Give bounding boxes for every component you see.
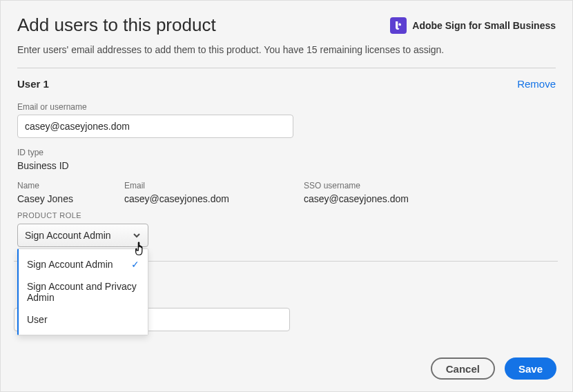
product-role-dropdown[interactable]: Sign Account Admin [17,224,148,247]
role-option-label: Sign Account and Privacy Admin [27,281,139,303]
idtype-value: Business ID [17,160,556,171]
sso-value: casey@caseyjones.dom [304,193,483,204]
add-users-dialog: Add users to this product Adobe Sign for… [0,0,573,392]
adobe-sign-icon [390,17,407,34]
role-option-sign-privacy-admin[interactable]: Sign Account and Privacy Admin [19,275,148,308]
product-name: Adobe Sign for Small Business [412,20,556,31]
idtype-section: ID type Business ID [17,148,556,171]
name-value: Casey Jones [17,193,124,204]
email-input[interactable] [17,115,293,138]
product-role-selected: Sign Account Admin [25,230,111,241]
dialog-subtitle: Enter users' email addresses to add them… [17,44,556,55]
product-role-label: PRODUCT ROLE [17,211,556,219]
role-option-sign-account-admin[interactable]: Sign Account Admin ✓ [19,253,148,275]
role-option-label: User [27,314,48,325]
role-option-user[interactable]: User [19,308,148,331]
email-label: Email or username [17,102,556,112]
email-col-value: casey@caseyjones.dom [124,193,304,204]
name-column: Name Casey Jones [17,181,124,204]
email-col-label: Email [124,181,304,190]
save-button[interactable]: Save [505,357,556,380]
name-label: Name [17,181,124,190]
product-role-dropdown-wrap: Sign Account Admin Sign Account Admin ✓ … [17,224,148,247]
dialog-title: Add users to this product [17,14,216,36]
sso-column: SSO username casey@caseyjones.dom [304,181,483,204]
role-option-label: Sign Account Admin [27,259,113,270]
user-number-label: User 1 [17,78,49,90]
check-icon: ✓ [131,259,139,270]
chevron-down-icon [133,231,141,239]
email-field-section: Email or username [17,102,556,138]
product-role-menu: Sign Account Admin ✓ Sign Account and Pr… [17,248,148,335]
user-info-row: Name Casey Jones Email casey@caseyjones.… [17,181,556,204]
idtype-label: ID type [17,148,556,157]
product-badge: Adobe Sign for Small Business [390,17,556,34]
dialog-footer: Cancel Save [431,357,556,380]
remove-user-button[interactable]: Remove [517,78,556,90]
cancel-button[interactable]: Cancel [431,357,495,380]
email-column: Email casey@caseyjones.dom [124,181,304,204]
user-header: User 1 Remove [17,78,556,90]
sso-label: SSO username [304,181,483,190]
product-role-section: PRODUCT ROLE Sign Account Admin Sign Acc… [17,211,556,247]
dialog-header: Add users to this product Adobe Sign for… [17,14,556,36]
divider [17,68,556,68]
